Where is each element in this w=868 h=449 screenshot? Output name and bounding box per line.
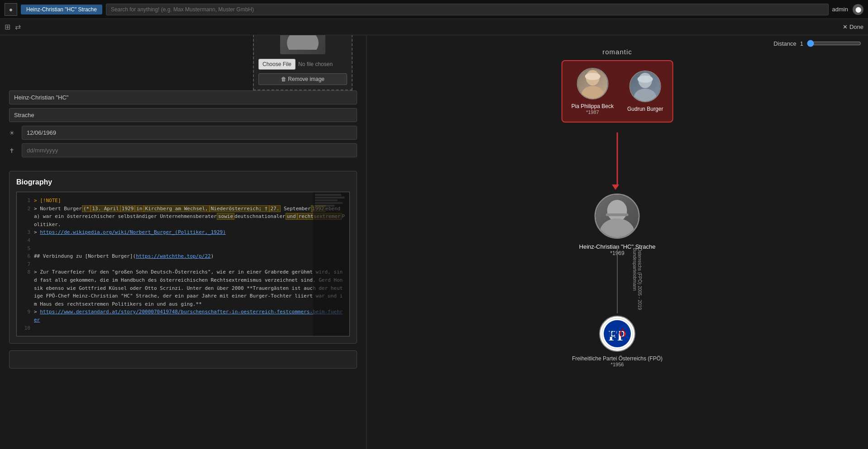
biography-title: Biography [16,178,350,186]
party-connection-text: Österreichs (FPÖ) 2005 - 2019Bundesparte… [632,248,642,310]
biography-code[interactable]: 1 > [!NOTE] 2 > Norbert Burger(*13. Apri… [16,192,350,336]
svg-point-1 [287,35,319,50]
code-line-8: 8 > Zur Trauerfeier für den "großen Sohn… [21,268,345,308]
first-name-input[interactable] [9,90,357,104]
code-line-7: 7 [21,260,345,269]
code-line-9: 9 > https://www.derstandard.at/story/200… [21,308,345,324]
person-node-gudrun[interactable]: Gudrun Burger [627,71,663,112]
topbar-right: admin ⬤ [832,4,863,15]
fpo-name: Freiheitliche Partei Österreichs (FPÖ) [572,355,663,362]
grid-icon[interactable]: ⊞ [5,23,10,31]
code-line-5: 5 [21,245,345,253]
romantic-arrow-head [612,184,619,190]
birth-date-input[interactable] [22,126,357,140]
main-layout: Choose File No file chosen 🗑 Remove imag… [0,35,868,449]
active-tab[interactable]: Heinz-Christian "HC" Strache [21,5,102,14]
birth-date-row: ☀ [9,126,357,140]
romantic-label: romantic [602,48,632,56]
code-line-1: 1 > [!NOTE] [21,197,345,205]
person-photo [280,35,325,54]
biography-section: Biography 1 > [!NOTE] 2 > Norbert Burger… [9,171,357,344]
choose-file-button[interactable]: Choose File [258,59,296,70]
code-minimap [313,192,349,336]
toolbar: ⊞ ⇄ ✕ Done [0,19,868,35]
fpo-party-node[interactable]: FP FPÖ Freiheitliche Partei Österreichs … [572,316,663,367]
romantic-box: Pia Philippa Beck *1987 [562,60,673,123]
fpo-year: *1956 [572,362,663,367]
svg-point-8 [607,200,627,222]
birth-icon: ☀ [9,129,18,137]
file-label: No file chosen [298,61,333,67]
svg-point-3 [581,86,604,99]
pia-photo [577,68,608,99]
code-line-4: 4 [21,236,345,245]
gudrun-name: Gudrun Burger [627,106,663,112]
admin-label: admin [832,6,848,13]
topbar: ● Heinz-Christian "HC" Strache admin ⬤ [0,0,868,19]
additional-section [9,350,357,369]
pia-year: *1987 [572,109,614,115]
death-icon: ✝ [9,147,18,154]
party-connection-line [617,246,618,313]
svg-point-6 [634,89,657,102]
search-input[interactable] [106,4,829,15]
romantic-arrow-line [617,132,618,187]
code-line-2: 2 > Norbert Burger(*13. April1929inKirch… [21,205,345,229]
remove-image-button[interactable]: 🗑 Remove image [258,73,347,85]
svg-rect-10 [606,213,629,216]
graph-area: romantic Pia Philippa Beck [367,35,868,449]
death-date-row: ✝ [9,143,357,157]
photo-section: Choose File No file chosen 🗑 Remove imag… [253,35,353,90]
fpo-logo-circle: FP FPÖ [599,316,635,352]
svg-point-4 [585,73,600,80]
swap-icon[interactable]: ⇄ [15,23,21,31]
code-line-10: 10 [21,324,345,332]
photo-box: Choose File No file chosen 🗑 Remove imag… [253,35,353,90]
last-name-input[interactable] [9,108,357,122]
github-icon[interactable]: ⬤ [853,4,863,15]
code-line-6: 6 ## Verbindung zu [Norbert Burger](http… [21,252,345,260]
file-row: Choose File No file chosen [258,59,347,70]
svg-point-7 [638,76,653,83]
death-date-input[interactable] [22,143,357,157]
left-panel: Choose File No file chosen 🗑 Remove imag… [0,35,367,449]
app-logo[interactable]: ● [5,3,17,16]
code-line-3: 3 > https://de.wikipedia.org/wiki/Norber… [21,228,345,236]
svg-point-9 [600,218,634,239]
right-panel: Distance 1 romantic [367,35,868,449]
main-person-photo [595,194,640,239]
done-button[interactable]: ✕ Done [843,24,863,30]
last-name-row [9,108,357,122]
person-node-pia[interactable]: Pia Philippa Beck *1987 [572,68,614,115]
pia-name: Pia Philippa Beck [572,103,614,109]
gudrun-photo [630,71,661,102]
